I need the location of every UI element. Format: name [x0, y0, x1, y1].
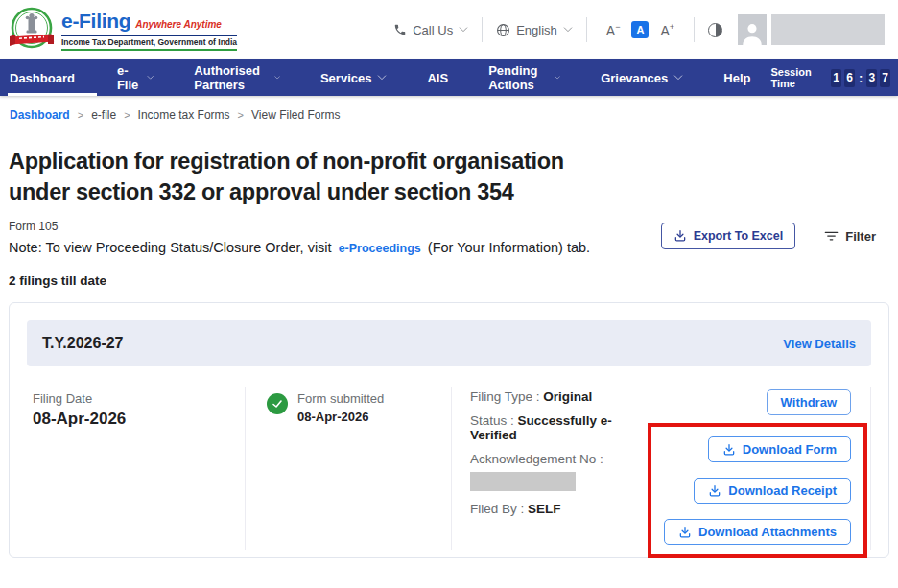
income-tax-emblem-icon	[8, 5, 56, 55]
language-menu[interactable]: English	[496, 23, 573, 37]
font-default-button[interactable]: A	[631, 21, 649, 38]
breadcrumb-separator: >	[238, 109, 244, 121]
filed-by-row: Filed By : SELF	[470, 502, 648, 516]
filed-by-value: SELF	[528, 502, 561, 516]
call-us-menu[interactable]: Call Us	[393, 23, 468, 37]
session-digit: 7	[880, 69, 890, 87]
session-digit: 6	[844, 69, 855, 87]
form-submitted-label: Form submitted	[297, 391, 384, 406]
font-decrease-button[interactable]: A−	[601, 22, 626, 38]
divider	[694, 17, 695, 42]
divider	[482, 17, 483, 42]
main-nav: Dashboard e-File Authorised Partners Ser…	[0, 59, 898, 96]
person-icon	[740, 20, 765, 45]
form-submitted-date: 08-Apr-2026	[297, 410, 384, 424]
download-attachments-button[interactable]: Download Attachments	[664, 519, 851, 545]
filter-icon	[824, 230, 839, 242]
view-details-link[interactable]: View Details	[783, 337, 856, 351]
filing-date-label: Filing Date	[33, 391, 245, 406]
acknowledgement-number-redacted	[470, 472, 576, 491]
page-title: Application for registration of non-prof…	[9, 146, 889, 207]
breadcrumb-separator: >	[78, 109, 83, 121]
filing-type-row: Filing Type : Original	[470, 389, 648, 404]
form-number: Form 105	[9, 220, 590, 233]
success-check-icon	[267, 393, 288, 414]
nav-ais[interactable]: AIS	[407, 59, 468, 96]
filing-date-column: Filing Date 08-Apr-2026	[27, 387, 246, 550]
withdraw-button[interactable]: Withdraw	[767, 389, 851, 415]
download-icon	[678, 526, 692, 539]
filing-card-body: Filing Date 08-Apr-2026 Form submitted 0…	[27, 387, 871, 550]
nav-help[interactable]: Help	[703, 59, 770, 96]
username-redacted	[771, 14, 885, 45]
chevron-down-icon	[147, 75, 154, 81]
avatar[interactable]	[738, 14, 767, 45]
download-form-button[interactable]: Download Form	[708, 436, 851, 462]
session-digit: 1	[831, 69, 841, 87]
filing-card-header: T.Y.2026-27 View Details	[27, 320, 871, 366]
filings-count: 2 filings till date	[9, 273, 889, 288]
phone-icon	[393, 23, 407, 36]
breadcrumb-dashboard[interactable]: Dashboard	[10, 108, 70, 122]
actions-column: Withdraw Download Form	[648, 389, 870, 550]
chevron-down-icon	[563, 27, 573, 33]
breadcrumb-e-file[interactable]: e-file	[91, 108, 116, 122]
brand-title: e-Filing	[61, 10, 130, 33]
chevron-down-icon	[274, 75, 280, 81]
download-icon	[708, 484, 721, 498]
contrast-toggle-icon[interactable]	[708, 23, 722, 37]
meta-row: Form 105 Note: To view Proceeding Status…	[9, 220, 889, 255]
acknowledgement-row: Acknowledgement No :	[470, 452, 648, 466]
brand-logo: e-Filing Anywhere Anytime Income Tax Dep…	[8, 5, 237, 55]
breadcrumb-separator: >	[124, 109, 130, 121]
session-time-label: Session Time	[770, 66, 823, 89]
breadcrumb: Dashboard > e-file > Income tax Forms > …	[0, 96, 898, 126]
filter-button[interactable]: Filter	[824, 229, 876, 244]
nav-e-file[interactable]: e-File	[97, 59, 174, 96]
filing-date-value: 08-Apr-2026	[33, 410, 245, 429]
call-us-label: Call Us	[413, 23, 453, 37]
note-text: Note: To view Proceeding Status/Closure …	[9, 240, 590, 255]
breadcrumb-view-filed-forms: View Filed Forms	[251, 108, 340, 122]
red-highlight-annotation: Download Form Download Receipt	[648, 423, 867, 558]
breadcrumb-income-tax-forms[interactable]: Income tax Forms	[138, 108, 230, 122]
nav-services[interactable]: Services	[300, 59, 408, 96]
session-digit: 3	[866, 69, 877, 87]
top-header: e-Filing Anywhere Anytime Income Tax Dep…	[0, 0, 898, 59]
chevron-down-icon	[377, 75, 387, 81]
divider	[586, 17, 587, 42]
e-proceedings-link[interactable]: e-Proceedings	[339, 242, 421, 255]
header-controls: Call Us English A− A A+	[393, 14, 885, 45]
session-timer: Session Time 1 6 : 3 7	[770, 59, 898, 96]
nav-authorised-partners[interactable]: Authorised Partners	[174, 59, 300, 96]
chevron-down-icon	[674, 75, 683, 81]
nav-pending-actions[interactable]: Pending Actions	[468, 59, 580, 96]
details-column: Filing Type : Original Status : Successf…	[452, 387, 871, 550]
session-colon: :	[859, 71, 863, 85]
status-column: Form submitted 08-Apr-2026	[246, 387, 452, 550]
download-receipt-button[interactable]: Download Receipt	[694, 478, 851, 504]
brand-subtitle: Income Tax Department, Government of Ind…	[61, 35, 237, 51]
main-content: Application for registration of non-prof…	[0, 146, 898, 558]
chevron-down-icon	[555, 75, 560, 81]
download-icon	[674, 229, 687, 243]
brand-tagline: Anywhere Anytime	[135, 19, 222, 30]
tax-year: T.Y.2026-27	[42, 335, 124, 352]
nav-dashboard[interactable]: Dashboard	[8, 59, 97, 96]
chevron-down-icon	[459, 27, 468, 33]
globe-icon	[496, 23, 510, 37]
filing-type-value: Original	[543, 389, 592, 404]
language-label: English	[516, 23, 557, 37]
download-icon	[722, 443, 736, 457]
export-to-excel-button[interactable]: Export To Excel	[661, 223, 796, 249]
filing-card: T.Y.2026-27 View Details Filing Date 08-…	[9, 302, 889, 558]
status-row: Status : Successfully e-Verified	[470, 413, 648, 442]
font-increase-button[interactable]: A+	[654, 22, 680, 38]
nav-grievances[interactable]: Grievances	[580, 59, 703, 96]
